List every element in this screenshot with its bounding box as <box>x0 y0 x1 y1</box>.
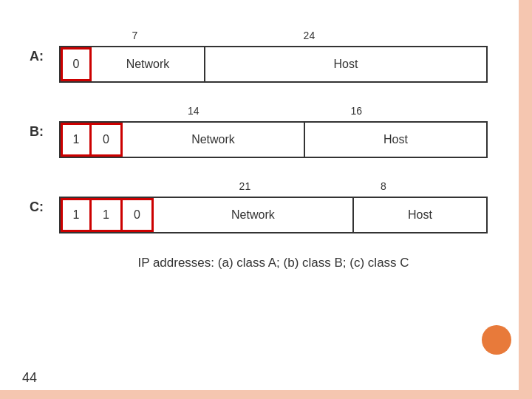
bit-annotations-b: 14 16 <box>59 105 488 120</box>
bottom-border <box>0 390 532 399</box>
right-border <box>519 0 532 399</box>
cell-a-network: Network <box>92 47 205 81</box>
row-c-label: C: <box>30 200 44 215</box>
row-b-box: 1 0 Network Host <box>59 121 488 158</box>
cell-c-0: 0 <box>123 198 154 232</box>
cell-c-host: Host <box>354 198 486 232</box>
page-number: 44 <box>22 370 37 386</box>
bit-label-b-14: 14 <box>188 105 200 117</box>
row-b-label: B: <box>30 124 44 140</box>
bit-label-c-8: 8 <box>381 180 386 192</box>
row-b: B: 14 16 1 0 Network Host <box>59 105 488 158</box>
row-a-label: A: <box>30 49 44 64</box>
cell-a-0: 0 <box>61 47 92 81</box>
cell-b-0: 0 <box>92 123 123 157</box>
bit-label-a-24: 24 <box>304 30 316 41</box>
bit-annotations-c: 21 8 <box>59 180 488 195</box>
bit-annotations-a: 7 24 <box>59 30 488 44</box>
main-content: A: 7 24 0 Network Host B: 14 16 1 0 Netw… <box>59 30 488 270</box>
cell-b-network: Network <box>123 123 305 157</box>
cell-c-1a: 1 <box>61 198 92 232</box>
cell-b-host: Host <box>305 123 486 157</box>
cell-a-host: Host <box>205 47 486 81</box>
cell-b-1: 1 <box>61 123 92 157</box>
row-a: A: 7 24 0 Network Host <box>59 30 488 83</box>
cell-c-network: Network <box>154 198 354 232</box>
orange-circle <box>482 325 511 355</box>
caption: IP addresses: (a) class A; (b) class B; … <box>59 256 488 270</box>
bit-label-b-16: 16 <box>350 105 362 117</box>
bit-label-c-21: 21 <box>239 180 251 192</box>
row-a-box: 0 Network Host <box>59 46 488 83</box>
row-c-box: 1 1 0 Network Host <box>59 197 488 233</box>
bit-label-a-7: 7 <box>132 30 138 41</box>
row-c: C: 21 8 1 1 0 Network Host <box>59 180 488 233</box>
cell-c-1b: 1 <box>92 198 123 232</box>
